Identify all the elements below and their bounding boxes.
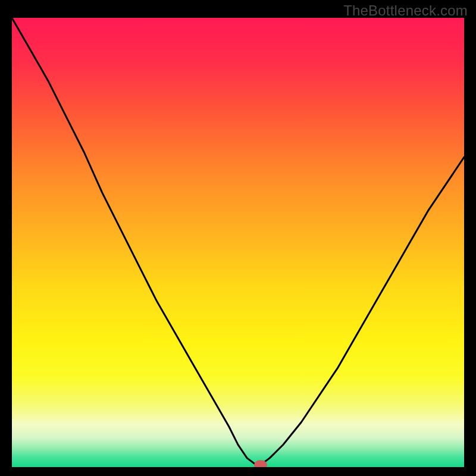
branding-watermark: TheBottleneck.com bbox=[343, 2, 468, 19]
gradient-background bbox=[12, 18, 464, 467]
chart-plot-area bbox=[12, 18, 464, 467]
chart-frame: TheBottleneck.com bbox=[0, 0, 476, 476]
chart-svg bbox=[12, 18, 464, 467]
